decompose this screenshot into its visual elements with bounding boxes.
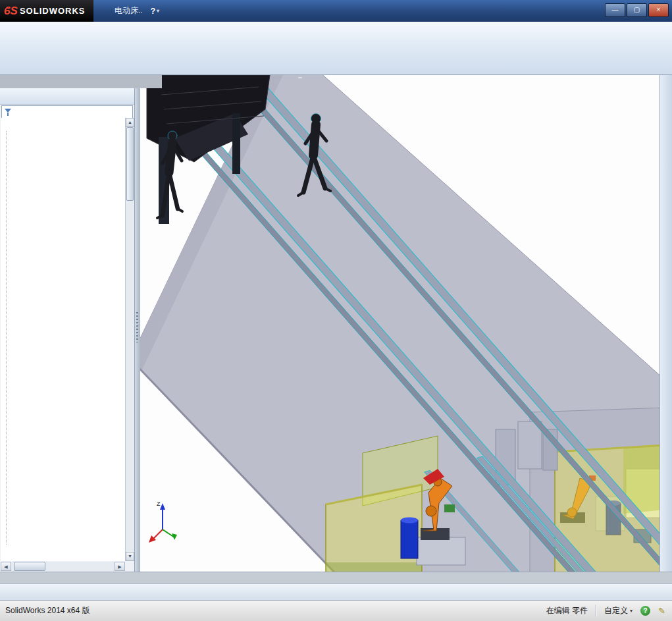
command-manager-tabs	[0, 75, 162, 88]
scroll-right-icon[interactable]: ▶	[115, 562, 125, 571]
feature-tree	[1, 118, 125, 561]
customize-dropdown[interactable]: 自定义▾	[604, 605, 633, 616]
status-divider	[596, 605, 596, 616]
maximize-button[interactable]: ▢	[627, 3, 647, 17]
scroll-down-icon[interactable]: ▼	[126, 552, 134, 561]
graphics-area[interactable]: Z	[135, 75, 659, 572]
heads-up-view-toolbar	[298, 77, 302, 78]
tree-horizontal-scrollbar[interactable]: ◀ ▶	[1, 562, 125, 571]
tree-vertical-scrollbar[interactable]: ▲ ▼	[125, 118, 134, 561]
panel-splitter[interactable]	[135, 88, 140, 572]
triad-z-label: Z	[157, 500, 161, 507]
annotation-quill-icon: ✎	[658, 606, 665, 616]
status-help-icon[interactable]: ?	[640, 606, 650, 616]
scroll-left-icon[interactable]: ◀	[1, 562, 11, 571]
help-icon: ?	[151, 7, 155, 16]
filter-bar[interactable]	[1, 105, 133, 119]
help-menu[interactable]: ?▾	[151, 7, 159, 16]
model-scene: Z	[135, 75, 659, 572]
command-manager	[0, 22, 672, 75]
solidworks-logo: ϐS SOLIDWORKS	[0, 0, 93, 22]
solidworks-window: ϐS SOLIDWORKS 电动床.. ?▾ — ▢ ×	[0, 0, 672, 621]
scrollbar-thumb[interactable]	[14, 562, 45, 571]
minimize-button[interactable]: —	[605, 3, 625, 17]
editing-status-text: 在编辑 零件	[546, 605, 588, 616]
window-controls: — ▢ ×	[605, 3, 669, 17]
sketch-toolbar	[0, 583, 672, 600]
scroll-up-icon[interactable]: ▲	[126, 118, 134, 127]
scrollbar-thumb[interactable]	[126, 127, 134, 201]
splitter-grip-icon	[136, 312, 138, 342]
title-bar: ϐS SOLIDWORKS 电动床.. ?▾ — ▢ ×	[0, 0, 672, 22]
filter-icon	[5, 108, 13, 116]
manager-tab-bar	[0, 88, 134, 105]
solidworks-logo-icon: ϐS	[4, 5, 18, 18]
task-pane	[659, 75, 672, 572]
status-bar: SolidWorks 2014 x64 版 在编辑 零件 自定义▾ ? ✎	[0, 600, 672, 621]
model-tab-bar	[0, 572, 672, 583]
feature-manager-panel: ▲ ▼ ◀ ▶	[0, 88, 135, 572]
close-button[interactable]: ×	[648, 3, 669, 17]
document-title: 电动床..	[115, 5, 143, 16]
status-right-area: 在编辑 零件 自定义▾ ? ✎	[546, 601, 665, 620]
status-version-text: SolidWorks 2014 x64 版	[5, 601, 90, 620]
